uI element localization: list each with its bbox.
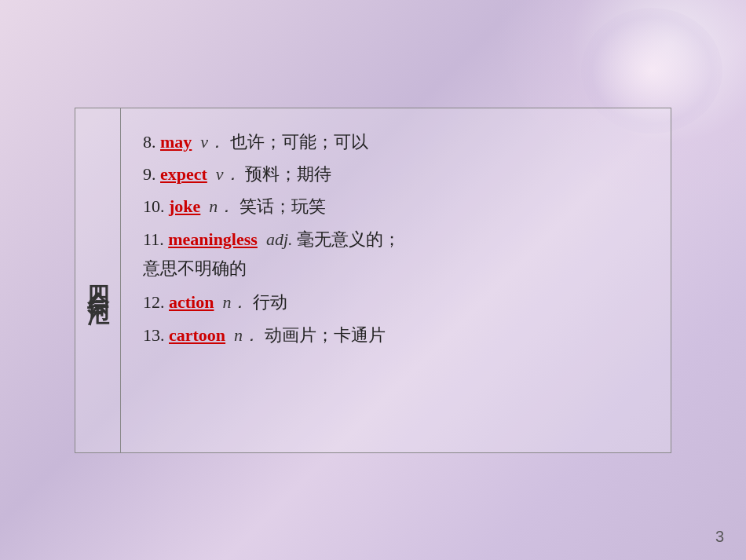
vocab-item-9: 9. expect v． 预料；期待 bbox=[143, 159, 645, 188]
vocab-blank-12 bbox=[214, 292, 222, 312]
vocab-pos-12: n． bbox=[222, 292, 248, 312]
vocab-def-10: 笑话；玩笑 bbox=[235, 196, 326, 216]
vocab-pos-8: v． bbox=[200, 132, 225, 152]
vocab-word-8: may bbox=[160, 132, 192, 152]
vocab-word-9: expect bbox=[160, 164, 207, 184]
vocab-def-12: 行动 bbox=[248, 292, 287, 312]
vocab-blank-10 bbox=[200, 196, 209, 216]
vocab-word-11: meaningless bbox=[168, 229, 258, 249]
vocab-pos-9: v． bbox=[216, 164, 241, 184]
vocab-word-10: joke bbox=[169, 196, 200, 216]
vocab-pos-10: n． bbox=[209, 196, 235, 216]
vocab-number-13: 13. bbox=[143, 325, 169, 345]
vocab-pos-13: n． bbox=[234, 325, 260, 345]
vocab-pos-11: adj. bbox=[266, 229, 293, 249]
vocab-blank-11 bbox=[258, 229, 266, 249]
vocab-item-11: 11. meaningless adj. 毫无意义的； 意思不明确的 bbox=[143, 225, 645, 284]
vocab-item-8: 8. may v． 也许；可能；可以 bbox=[143, 127, 645, 156]
vocab-number-11: 11. bbox=[143, 229, 168, 249]
vocab-number-9: 9. bbox=[143, 164, 160, 184]
slide-container: 四会词汇 8. may v． 也许；可能；可以 9. expect v． 预料；… bbox=[0, 0, 746, 560]
vocab-blank-13 bbox=[225, 325, 234, 345]
left-label-text: 四会词汇 bbox=[80, 268, 115, 293]
vocab-item-12: 12. action n． 行动 bbox=[143, 287, 645, 317]
vocab-number-12: 12. bbox=[143, 292, 169, 312]
vocab-item-13: 13. cartoon n． 动画片；卡通片 bbox=[143, 320, 645, 350]
vocab-def-9: 预料；期待 bbox=[241, 164, 332, 184]
left-label: 四会词汇 bbox=[75, 108, 121, 452]
vocab-blank-8 bbox=[192, 132, 200, 152]
vocab-word-12: action bbox=[169, 292, 214, 312]
vocab-item-10: 10. joke n． 笑话；玩笑 bbox=[143, 192, 645, 221]
vocab-word-13: cartoon bbox=[169, 325, 225, 345]
vocab-def-13: 动画片；卡通片 bbox=[260, 325, 386, 345]
vocab-blank-9 bbox=[207, 164, 216, 184]
content-box: 四会词汇 8. may v． 也许；可能；可以 9. expect v． 预料；… bbox=[75, 108, 671, 453]
vocab-number-10: 10. bbox=[143, 196, 169, 216]
vocab-number-8: 8. bbox=[143, 132, 160, 152]
vocab-list: 8. may v． 也许；可能；可以 9. expect v． 预料；期待 10… bbox=[121, 108, 671, 452]
vocab-def-11b: 意思不明确的 bbox=[143, 258, 247, 278]
vocab-def-11: 毫无意义的； bbox=[293, 229, 401, 249]
page-number: 3 bbox=[715, 528, 724, 546]
vocab-def-8: 也许；可能；可以 bbox=[225, 132, 368, 152]
